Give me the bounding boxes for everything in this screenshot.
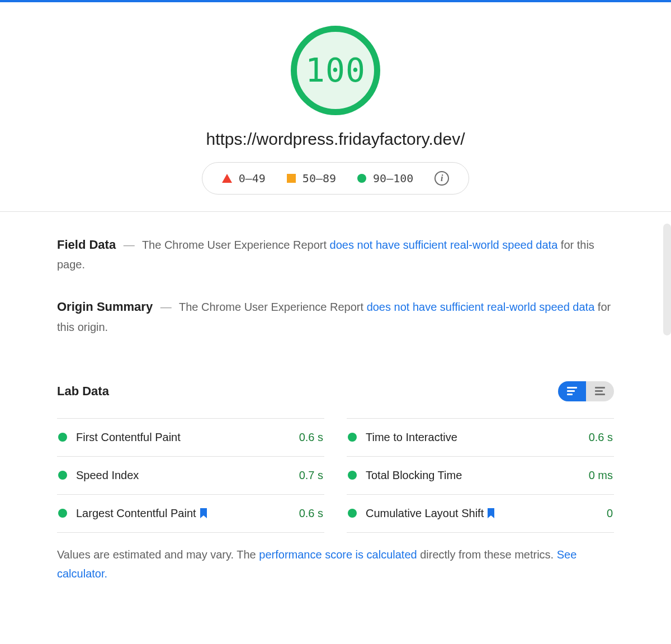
metric-row: Largest Contentful Paint 0.6 s: [57, 494, 324, 533]
scrollbar[interactable]: [663, 224, 671, 335]
metric-label: Total Blocking Time: [366, 469, 580, 482]
square-icon: [287, 174, 296, 183]
score-value: 100: [305, 51, 366, 89]
bookmark-icon: [200, 508, 207, 518]
footnote-mid: directly from these metrics.: [417, 548, 557, 561]
legend-low-label: 0–49: [239, 172, 266, 185]
field-data-pre: The Chrome User Experience Report: [142, 239, 330, 251]
metric-row: Cumulative Layout Shift 0: [347, 494, 614, 533]
metric-value: 0.6 s: [589, 431, 613, 444]
bars-icon: [595, 387, 605, 395]
legend-mid-label: 50–89: [303, 172, 336, 185]
origin-summary-link[interactable]: does not have sufficient real-world spee…: [367, 301, 595, 313]
status-dot-icon: [58, 509, 67, 518]
circle-icon: [357, 174, 366, 183]
origin-summary-pre: The Chrome User Experience Report: [179, 301, 367, 313]
lab-data-heading: Lab Data: [57, 384, 109, 399]
metric-row: First Contentful Paint 0.6 s: [57, 418, 324, 456]
metric-value: 0.7 s: [299, 469, 323, 482]
field-data-heading: Field Data: [57, 238, 116, 252]
divider: [0, 211, 671, 212]
footnote-link-calc[interactable]: performance score is calculated: [259, 548, 417, 561]
status-dot-icon: [58, 471, 67, 480]
legend-low: 0–49: [222, 172, 266, 185]
info-icon[interactable]: i: [434, 171, 449, 186]
dash-icon: —: [160, 301, 172, 313]
metric-value: 0.6 s: [299, 507, 323, 520]
score-gauge: 100: [291, 26, 380, 115]
metric-label: First Contentful Paint: [76, 431, 290, 444]
bookmark-icon: [487, 508, 495, 518]
field-data-link[interactable]: does not have sufficient real-world spee…: [330, 239, 558, 251]
score-legend: 0–49 50–89 90–100 i: [202, 162, 469, 195]
metric-label: Speed Index: [76, 469, 290, 482]
triangle-icon: [222, 174, 232, 183]
metric-value: 0 ms: [589, 469, 613, 482]
footnote-pre: Values are estimated and may vary. The: [57, 548, 259, 561]
legend-high-label: 90–100: [373, 172, 413, 185]
score-gauge-wrap: 100: [0, 26, 671, 115]
metric-value: 0: [607, 507, 613, 520]
view-toggle-summary[interactable]: [558, 381, 586, 401]
metric-label: Cumulative Layout Shift: [366, 507, 598, 520]
status-dot-icon: [348, 509, 357, 518]
lab-footnote: Values are estimated and may vary. The p…: [57, 545, 614, 605]
view-toggle-detailed[interactable]: [586, 381, 614, 401]
legend-mid: 50–89: [287, 172, 336, 185]
legend-high: 90–100: [357, 172, 413, 185]
metric-row: Speed Index 0.7 s: [57, 456, 324, 494]
status-dot-icon: [348, 471, 357, 480]
origin-summary-line: Origin Summary — The Chrome User Experie…: [57, 296, 614, 336]
metrics-grid: First Contentful Paint 0.6 s Time to Int…: [57, 418, 614, 533]
metric-label: Largest Contentful Paint: [76, 507, 290, 520]
tested-url: https://wordpress.fridayfactory.dev/: [0, 130, 671, 149]
metric-row: Time to Interactive 0.6 s: [347, 418, 614, 456]
field-data-line: Field Data — The Chrome User Experience …: [57, 234, 614, 274]
view-toggle: [558, 381, 614, 401]
metric-label: Time to Interactive: [366, 431, 580, 444]
metric-row: Total Blocking Time 0 ms: [347, 456, 614, 494]
metric-value: 0.6 s: [299, 431, 323, 444]
status-dot-icon: [348, 433, 357, 442]
dash-icon: —: [124, 239, 135, 251]
bars-left-icon: [567, 387, 577, 395]
status-dot-icon: [58, 433, 67, 442]
origin-summary-heading: Origin Summary: [57, 300, 153, 314]
